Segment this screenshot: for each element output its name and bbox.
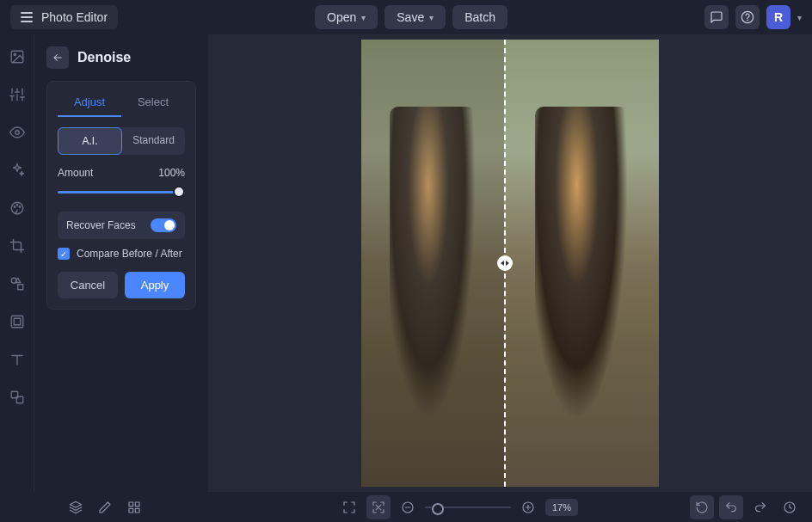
mode-segment: A.I. Standard — [58, 127, 185, 155]
sidebar-item-brush[interactable] — [7, 198, 28, 218]
layers-icon — [69, 501, 83, 514]
reset-icon — [695, 501, 709, 514]
sparkles-icon — [9, 163, 25, 178]
chevron-down-icon: ▾ — [429, 13, 434, 22]
image-icon — [9, 49, 25, 64]
top-right: R ▾ — [704, 5, 802, 29]
frame-icon — [9, 314, 25, 329]
after-half — [504, 40, 659, 487]
svg-rect-20 — [11, 316, 23, 328]
amount-value: 100% — [158, 167, 185, 179]
recover-faces-row: Recover Faces — [58, 212, 185, 239]
amount-label: Amount — [58, 167, 93, 179]
canvas[interactable] — [208, 34, 812, 492]
recover-faces-toggle[interactable] — [151, 218, 176, 232]
crop-icon — [9, 238, 25, 254]
batch-button[interactable]: Batch — [452, 5, 508, 29]
fit-button[interactable] — [366, 495, 391, 519]
svg-rect-21 — [14, 318, 21, 325]
avatar[interactable]: R — [766, 5, 790, 29]
svg-marker-24 — [70, 501, 81, 507]
save-button[interactable]: Save ▾ — [384, 5, 446, 29]
slider-thumb — [173, 186, 185, 198]
svg-rect-27 — [129, 508, 133, 513]
panel-card: Adjust Select A.I. Standard Amount 100% … — [46, 81, 196, 310]
swap-icon — [9, 390, 25, 405]
top-bar: Photo Editor Open ▾ Save ▾ Batch R ▾ — [0, 0, 812, 34]
zoom-percent[interactable]: 17% — [545, 499, 578, 516]
eye-icon — [9, 125, 25, 140]
svg-rect-28 — [135, 508, 139, 513]
chat-button[interactable] — [704, 5, 729, 29]
plus-circle-icon — [521, 501, 535, 514]
brush-icon — [9, 200, 25, 216]
compare-checkbox[interactable]: ✓ — [58, 248, 70, 260]
batch-label: Batch — [464, 10, 495, 24]
tool-sidebar — [0, 34, 34, 492]
edit-button[interactable] — [93, 495, 117, 519]
hamburger-icon — [21, 12, 33, 22]
sidebar-item-frame[interactable] — [7, 311, 28, 332]
svg-rect-26 — [135, 502, 139, 507]
history-button[interactable] — [778, 495, 802, 519]
svg-point-17 — [19, 206, 21, 208]
panel-title: Denoise — [77, 50, 131, 65]
app-menu[interactable]: Photo Editor — [10, 5, 118, 29]
account-chevron-icon[interactable]: ▾ — [797, 13, 802, 22]
edit-icon — [98, 501, 112, 514]
recover-faces-label: Recover Faces — [66, 219, 136, 231]
sliders-icon — [9, 87, 25, 102]
app-title: Photo Editor — [41, 10, 108, 24]
amount-slider[interactable] — [58, 184, 185, 201]
open-button[interactable]: Open ▾ — [315, 5, 378, 29]
tab-select[interactable]: Select — [121, 92, 185, 117]
avatar-initial: R — [774, 10, 783, 24]
back-button[interactable] — [46, 46, 69, 69]
sidebar-item-sparkles[interactable] — [7, 160, 28, 181]
zoom-slider[interactable] — [425, 507, 511, 508]
layers-button[interactable] — [64, 495, 88, 519]
help-icon — [741, 10, 754, 24]
svg-point-1 — [747, 20, 748, 21]
grid-icon — [127, 501, 141, 514]
apply-button[interactable]: Apply — [125, 272, 185, 298]
save-label: Save — [397, 10, 424, 24]
shapes-icon — [9, 276, 25, 292]
zoom-in-button[interactable] — [516, 495, 540, 519]
help-button[interactable] — [735, 5, 760, 29]
svg-point-16 — [16, 205, 18, 206]
svg-point-13 — [15, 131, 19, 135]
tab-adjust[interactable]: Adjust — [58, 92, 121, 117]
zoom-out-button[interactable] — [396, 495, 420, 519]
grid-button[interactable] — [122, 495, 146, 519]
reset-button[interactable] — [690, 495, 714, 519]
image-preview — [361, 40, 659, 487]
sidebar-item-shapes[interactable] — [7, 273, 28, 294]
before-half — [361, 40, 504, 487]
history-icon — [783, 501, 797, 514]
panel-tabs: Adjust Select — [58, 92, 185, 117]
bottom-bar: 17% — [0, 492, 812, 522]
svg-point-3 — [14, 53, 15, 55]
sidebar-item-crop[interactable] — [7, 236, 28, 256]
redo-button[interactable] — [748, 495, 772, 519]
open-label: Open — [327, 10, 356, 24]
minus-circle-icon — [401, 501, 415, 514]
undo-button[interactable] — [719, 495, 743, 519]
compare-handle[interactable] — [497, 255, 513, 271]
sidebar-item-sliders[interactable] — [7, 84, 28, 105]
svg-rect-25 — [129, 502, 133, 507]
mode-ai[interactable]: A.I. — [58, 127, 122, 155]
mode-standard[interactable]: Standard — [122, 127, 185, 155]
top-actions: Open ▾ Save ▾ Batch — [315, 5, 508, 29]
sidebar-item-swap[interactable] — [7, 387, 28, 408]
compare-row: ✓ Compare Before / After — [58, 248, 185, 260]
sidebar-item-text[interactable] — [7, 349, 28, 370]
fullscreen-button[interactable] — [337, 495, 361, 519]
sidebar-item-eye[interactable] — [7, 122, 28, 143]
svg-point-15 — [14, 206, 15, 208]
cancel-button[interactable]: Cancel — [58, 272, 118, 298]
undo-icon — [724, 501, 738, 514]
fit-icon — [372, 501, 385, 514]
sidebar-item-image[interactable] — [7, 46, 28, 67]
